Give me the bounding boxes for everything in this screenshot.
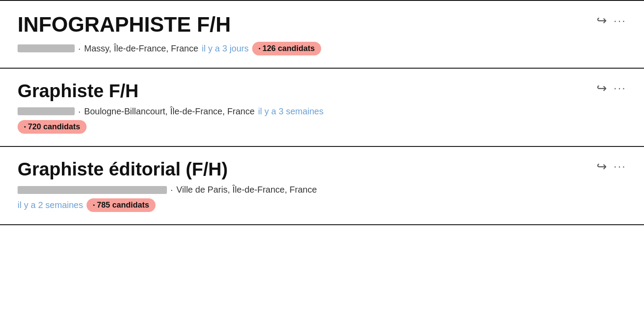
job-actions: ↪ ··· — [597, 159, 626, 174]
job-meta: · Boulogne-Billancourt, Île-de-France, F… — [18, 106, 626, 117]
job-title: Graphiste F/H — [18, 81, 626, 101]
job-item: Graphiste F/H · Boulogne-Billancourt, Îl… — [0, 69, 644, 147]
candidates-badge: 126 candidats — [252, 42, 321, 55]
separator: · — [78, 44, 81, 54]
job-time-ago: il y a 3 jours — [202, 44, 249, 54]
more-options-button[interactable]: ··· — [614, 82, 626, 94]
job-meta: · Massy, Île-de-France, France il y a 3 … — [18, 42, 626, 55]
share-button[interactable]: ↪ — [597, 13, 607, 28]
candidates-badge: 785 candidats — [87, 198, 156, 212]
job-meta: · Ville de Paris, Île-de-France, France — [18, 185, 626, 195]
company-logo — [18, 44, 75, 52]
job-second-line: il y a 2 semaines 785 candidats — [18, 198, 626, 212]
company-logo — [18, 107, 75, 115]
job-item: INFOGRAPHISTE F/H · Massy, Île-de-France… — [0, 0, 644, 69]
separator: · — [170, 185, 173, 195]
job-location: Boulogne-Billancourt, Île-de-France, Fra… — [84, 106, 255, 117]
job-item: Graphiste éditorial (F/H) · Ville de Par… — [0, 147, 644, 225]
job-title: INFOGRAPHISTE F/H — [18, 13, 626, 37]
job-title: Graphiste éditorial (F/H) — [18, 159, 626, 179]
job-location: Massy, Île-de-France, France — [84, 44, 199, 54]
job-location: Ville de Paris, Île-de-France, France — [177, 185, 317, 195]
share-button[interactable]: ↪ — [597, 159, 607, 174]
share-button[interactable]: ↪ — [597, 81, 607, 95]
more-options-button[interactable]: ··· — [614, 15, 626, 27]
job-time-ago: il y a 3 semaines — [258, 106, 324, 117]
job-list: INFOGRAPHISTE F/H · Massy, Île-de-France… — [0, 0, 644, 225]
separator: · — [78, 106, 81, 117]
job-time-ago: il y a 2 semaines — [18, 200, 83, 210]
candidates-badge: 720 candidats — [18, 120, 87, 134]
job-actions: ↪ ··· — [597, 81, 626, 95]
more-options-button[interactable]: ··· — [614, 160, 626, 172]
job-second-line: 720 candidats — [18, 120, 626, 134]
company-logo — [18, 186, 167, 194]
job-actions: ↪ ··· — [597, 13, 626, 28]
